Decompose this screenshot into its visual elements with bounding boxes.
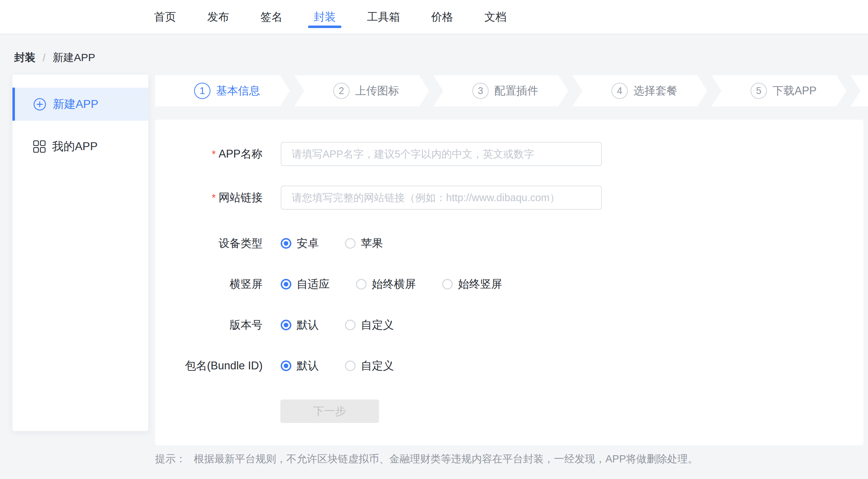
nav-tab-docs[interactable]: 文档	[484, 0, 506, 34]
radio-icon	[281, 279, 291, 290]
form-row-device-type: 设备类型 安卓 苹果	[155, 236, 863, 250]
bundle-id-label: 包名(Bundle ID)	[155, 358, 263, 373]
form-row-website-url: *网站链接	[155, 186, 863, 210]
radio-android[interactable]: 安卓	[281, 236, 319, 251]
form-row-bundle-id: 包名(Bundle ID) 默认 自定义	[155, 359, 863, 373]
radio-icon	[356, 279, 367, 290]
app-name-input[interactable]	[281, 142, 602, 166]
step-number-badge: 5	[751, 83, 767, 99]
device-type-label: 设备类型	[155, 236, 263, 251]
nav-tab-publish[interactable]: 发布	[207, 0, 229, 34]
breadcrumb-separator: /	[43, 52, 45, 64]
radio-icon	[281, 360, 291, 371]
step-2-upload-icon: 2 上传图标	[294, 75, 429, 106]
required-asterisk: *	[212, 192, 216, 203]
nav-tab-home[interactable]: 首页	[154, 0, 176, 34]
radio-version-default[interactable]: 默认	[281, 318, 319, 332]
radio-adaptive[interactable]: 自适应	[281, 277, 330, 292]
step-3-configure-plugins: 3 配置插件	[433, 75, 568, 106]
orientation-label: 横竖屏	[155, 277, 263, 292]
nav-tab-sign[interactable]: 签名	[260, 0, 282, 34]
radio-bundle-custom[interactable]: 自定义	[345, 358, 394, 373]
sidebar-item-new-app[interactable]: 新建APP	[12, 88, 148, 121]
radio-icon	[345, 360, 356, 371]
step-1-basic-info: 1 基本信息	[155, 75, 290, 106]
radio-icon	[345, 320, 356, 330]
sidebar: 新建APP 我的APP	[12, 75, 148, 431]
breadcrumb-section[interactable]: 封装	[14, 50, 35, 65]
step-label: 配置插件	[494, 83, 538, 98]
website-url-input[interactable]	[281, 186, 602, 210]
sidebar-item-label: 我的APP	[52, 139, 98, 154]
step-label: 下载APP	[773, 83, 817, 98]
form-row-version: 版本号 默认 自定义	[155, 318, 863, 332]
radio-always-landscape[interactable]: 始终横屏	[356, 277, 416, 292]
breadcrumb: 封装 / 新建APP	[14, 50, 95, 65]
plus-circle-icon	[33, 98, 46, 111]
step-label: 上传图标	[355, 83, 399, 98]
website-url-label: *网站链接	[155, 190, 263, 205]
step-5-download-app: 5 下载APP	[712, 75, 846, 106]
app-name-label: *APP名称	[155, 147, 263, 161]
nav-tab-price[interactable]: 价格	[431, 0, 453, 34]
nav-tab-toolbox[interactable]: 工具箱	[367, 0, 400, 34]
top-navigation: 首页 发布 签名 封装 工具箱 价格 文档	[0, 0, 868, 34]
step-wizard-end-cap	[851, 75, 868, 106]
notice-body: 根据最新平台规则，不允许区块链虚拟币、金融理财类等违规内容在平台封装，一经发现，…	[194, 452, 698, 466]
step-number-badge: 1	[194, 83, 210, 99]
notice-prefix: 提示：	[155, 452, 186, 466]
step-number-badge: 4	[611, 83, 628, 99]
step-label: 基本信息	[216, 83, 260, 98]
basic-info-form: *APP名称 *网站链接 设备类型 安卓 苹果 横竖屏	[155, 120, 863, 445]
radio-icon	[281, 320, 291, 330]
breadcrumb-current: 新建APP	[53, 50, 95, 65]
radio-icon	[281, 238, 291, 249]
next-step-button[interactable]: 下一步	[280, 400, 379, 423]
required-asterisk: *	[212, 148, 216, 160]
grid-icon	[33, 140, 46, 153]
radio-ios[interactable]: 苹果	[345, 236, 383, 251]
radio-bundle-default[interactable]: 默认	[281, 358, 319, 373]
step-number-badge: 2	[333, 83, 350, 99]
notice-text: 提示： 根据最新平台规则，不允许区块链虚拟币、金融理财类等违规内容在平台封装，一…	[155, 452, 698, 466]
nav-tab-package[interactable]: 封装	[314, 0, 336, 34]
form-row-app-name: *APP名称	[155, 142, 863, 166]
sidebar-item-label: 新建APP	[53, 97, 98, 112]
radio-icon	[442, 279, 453, 290]
step-4-choose-plan: 4 选择套餐	[572, 75, 707, 106]
radio-version-custom[interactable]: 自定义	[345, 318, 394, 332]
radio-always-portrait[interactable]: 始终竖屏	[442, 277, 502, 292]
step-label: 选择套餐	[633, 83, 677, 98]
step-wizard: 1 基本信息 2 上传图标 3 配置插件 4 选择套餐 5 下载APP	[155, 75, 868, 106]
sidebar-item-my-apps[interactable]: 我的APP	[12, 130, 148, 163]
form-row-orientation: 横竖屏 自适应 始终横屏 始终竖屏	[155, 277, 863, 291]
radio-icon	[345, 238, 356, 249]
step-number-badge: 3	[472, 83, 489, 99]
version-label: 版本号	[155, 318, 263, 332]
